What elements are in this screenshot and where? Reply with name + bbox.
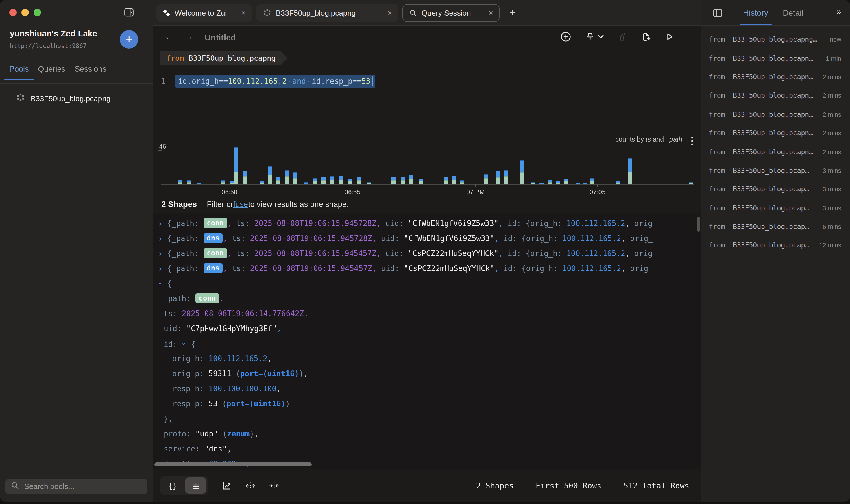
search-pools-input[interactable]: [24, 482, 128, 491]
history-item[interactable]: from 'B33F50up_blog.pcap…3 mins: [702, 161, 850, 180]
x-tick-label: 07:05: [589, 188, 605, 195]
history-item[interactable]: from 'B33F50up_blog.pcap…6 mins: [702, 217, 850, 236]
history-item[interactable]: from 'B33F50up_blog.pcapn…2 mins: [702, 143, 850, 161]
horizontal-scrollbar[interactable]: [154, 462, 312, 466]
from-pill[interactable]: from B33F50up_blog.pcapng: [160, 51, 287, 65]
history-item[interactable]: from 'B33F50up_blog.pcapn…1 min: [702, 49, 850, 68]
window-zoom-button[interactable]: [34, 9, 41, 16]
query-line[interactable]: 1 id.orig_h==100.112.165.2·and·id.resp_p…: [153, 75, 375, 88]
history-time: 3 mins: [822, 186, 841, 193]
right-tab-detail[interactable]: Detail: [783, 0, 803, 25]
value-token: "CsPCZ22mHuSeqYYHCk": [408, 249, 498, 258]
panel-toggle-icon[interactable]: [713, 9, 722, 20]
record-line[interactable]: orig_p: 59311 (port=(uint16)),: [153, 366, 701, 381]
query-editor[interactable]: from B33F50up_blog.pcapng 1 id.orig_h==1…: [153, 50, 701, 132]
record-line[interactable]: },: [153, 412, 701, 427]
history-item[interactable]: from 'B33F50up_blog.pcapn…2 mins: [702, 68, 850, 86]
expand-row-icon[interactable]: ›: [158, 261, 163, 276]
value-token: :: [241, 264, 250, 273]
chevrons-right-icon[interactable]: »: [836, 6, 841, 16]
lake-url: http://localhost:9867: [10, 42, 87, 49]
collapse-sidebar-icon[interactable]: [124, 8, 134, 17]
sidebar-tab-sessions[interactable]: Sessions: [75, 65, 106, 80]
collapse-horizontal-icon[interactable]: [269, 481, 279, 490]
add-pool-button[interactable]: +: [120, 30, 138, 49]
chart-view-icon[interactable]: [222, 481, 232, 490]
history-item[interactable]: from 'B33F50up_blog.pcapn…2 mins: [702, 124, 850, 143]
expand-row-icon[interactable]: ›: [158, 216, 163, 231]
fuse-link[interactable]: fuse: [233, 200, 248, 209]
tab-query-session[interactable]: Query Session×: [403, 4, 500, 22]
result-row[interactable]: ›{_path: conn, ts: 2025-08-08T19:06:15.9…: [153, 216, 701, 231]
new-tab-button[interactable]: +: [509, 6, 516, 19]
x-axis-tick: [476, 184, 476, 187]
json-view-button[interactable]: {}: [162, 478, 183, 493]
value-token: ,: [376, 219, 385, 228]
circle-plus-icon[interactable]: [560, 31, 571, 42]
record-line[interactable]: uid: "C7pHww1GHpYMhyg3Ef",: [153, 321, 701, 336]
back-arrow-icon[interactable]: ←: [164, 31, 174, 42]
result-row[interactable]: ›{_path: conn, ts: 2025-08-08T19:06:15.9…: [153, 246, 701, 261]
window-close-button[interactable]: [9, 9, 17, 16]
record-line[interactable]: id: › {: [153, 336, 701, 352]
value-token: ,: [254, 429, 259, 438]
history-item[interactable]: from 'B33F50up_blog.pcap…12 mins: [702, 236, 850, 255]
value-token: :: [186, 429, 195, 438]
right-tab-history[interactable]: History: [743, 0, 768, 25]
expand-row-icon[interactable]: ›: [158, 246, 163, 261]
record-line[interactable]: resp_p: 53 (port=(uint16)): [153, 396, 701, 412]
history-keyword: from: [709, 73, 729, 81]
record-line[interactable]: _path: conn,: [153, 291, 701, 306]
pool-item[interactable]: B33F50up_blog.pcapng: [0, 90, 153, 107]
collapse-row-icon[interactable]: ›: [153, 281, 168, 286]
result-row[interactable]: ›{: [153, 276, 701, 291]
table-view-button[interactable]: [185, 478, 207, 493]
query-token: ·: [306, 77, 312, 86]
close-icon[interactable]: ×: [484, 8, 493, 17]
value-token: "udp": [195, 429, 218, 438]
sidebar-tabs: PoolsQueriesSessions: [9, 65, 106, 80]
value-token: _path: [172, 219, 194, 228]
results-pane[interactable]: ›{_path: conn, ts: 2025-08-08T19:06:15.9…: [153, 213, 701, 469]
close-icon[interactable]: ×: [383, 8, 392, 17]
value-token: : {: [513, 264, 526, 273]
shapes-sep: — Filter or: [197, 200, 233, 209]
chart-plot-area[interactable]: 06:5006:5507 PM07:05: [161, 147, 694, 185]
history-keyword: from: [709, 222, 729, 231]
sidebar-tab-queries[interactable]: Queries: [38, 65, 66, 80]
close-icon[interactable]: ×: [236, 8, 246, 17]
tab-b33f50up-blog-pcapng[interactable]: B33F50up_blog.pcapng×: [256, 4, 399, 22]
export-icon[interactable]: [641, 32, 651, 42]
history-item[interactable]: from 'B33F50up_blog.pcap…3 mins: [702, 199, 850, 217]
history-item[interactable]: from 'B33F50up_blog.pcap…3 mins: [702, 180, 850, 199]
record-line[interactable]: resp_h: 100.100.100.100,: [153, 381, 701, 396]
sidebar-tab-pools[interactable]: Pools: [9, 65, 29, 80]
query-title[interactable]: Untitled: [205, 33, 236, 42]
value-token: uid: [164, 324, 177, 333]
history-query: 'B33F50up_blog.pcapn…: [729, 148, 820, 156]
history-item[interactable]: from 'B33F50up_blog.pcapn…2 mins: [702, 86, 850, 105]
pin-icon[interactable]: [585, 32, 604, 42]
expand-row-icon[interactable]: ›: [158, 231, 163, 246]
run-query-icon[interactable]: [665, 32, 674, 42]
result-row[interactable]: ›{_path: dns, ts: 2025-08-08T19:06:15.94…: [153, 231, 701, 246]
value-token: {: [167, 264, 172, 273]
chart-bar: [617, 181, 621, 184]
search-pools-box[interactable]: [5, 479, 147, 494]
record-line[interactable]: proto: "udp" (zenum),: [153, 427, 701, 442]
histogram-chart[interactable]: counts by ts and _path 46 06:5006:5507 P…: [153, 132, 701, 195]
history-item[interactable]: from 'B33F50up_blog.pcapn…2 mins: [702, 105, 850, 124]
vertical-scrollbar[interactable]: [697, 217, 700, 232]
record-line[interactable]: service: "dns",: [153, 442, 701, 456]
value-token: uid: [385, 249, 399, 258]
expand-horizontal-icon[interactable]: [245, 481, 255, 490]
record-line[interactable]: ts: 2025-08-08T19:06:14.776642Z,: [153, 306, 701, 321]
history-item[interactable]: from 'B33F50up_blog.pcapng…now: [702, 30, 850, 49]
chart-menu-kebab-icon[interactable]: [691, 137, 693, 148]
result-row[interactable]: ›{_path: dns, ts: 2025-08-08T19:06:15.94…: [153, 261, 701, 276]
value-token: 2025-08-08T19:06:15.945457Z: [250, 264, 372, 273]
value-token: :: [395, 234, 404, 243]
window-minimize-button[interactable]: [21, 9, 29, 16]
tab-welcome-to-zui[interactable]: Welcome to Zui×: [156, 4, 252, 22]
record-line[interactable]: orig_h: 100.112.165.2,: [153, 352, 701, 366]
